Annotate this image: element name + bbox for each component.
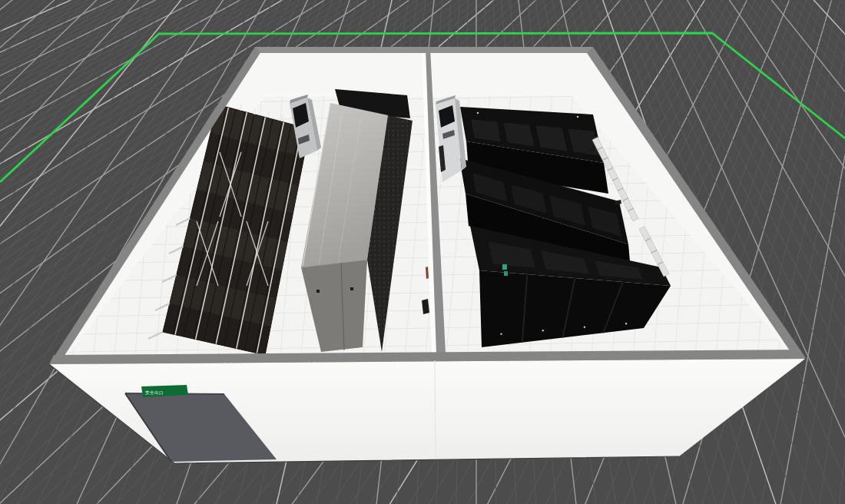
status-label-green <box>502 264 507 270</box>
3d-viewport[interactable]: 安全出口 <box>0 0 845 504</box>
exit-sign-label: 安全出口 <box>145 390 164 396</box>
